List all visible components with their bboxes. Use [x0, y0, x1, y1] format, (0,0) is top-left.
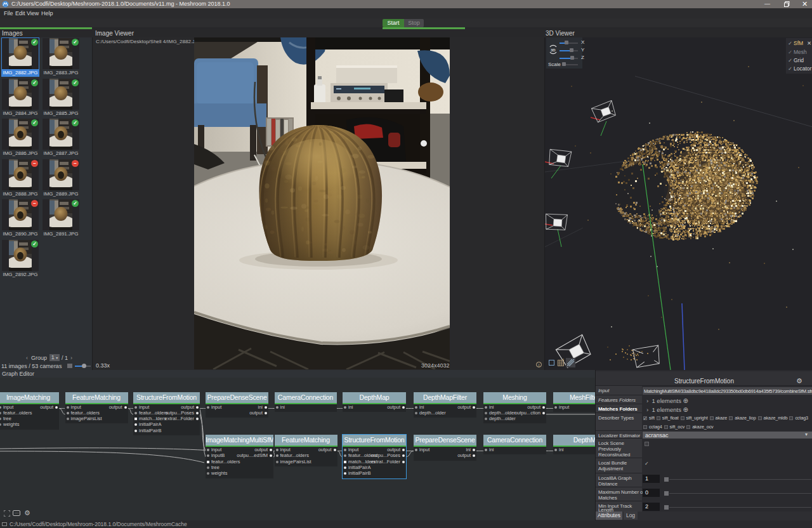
svg-text:3D: 3D	[551, 48, 556, 52]
